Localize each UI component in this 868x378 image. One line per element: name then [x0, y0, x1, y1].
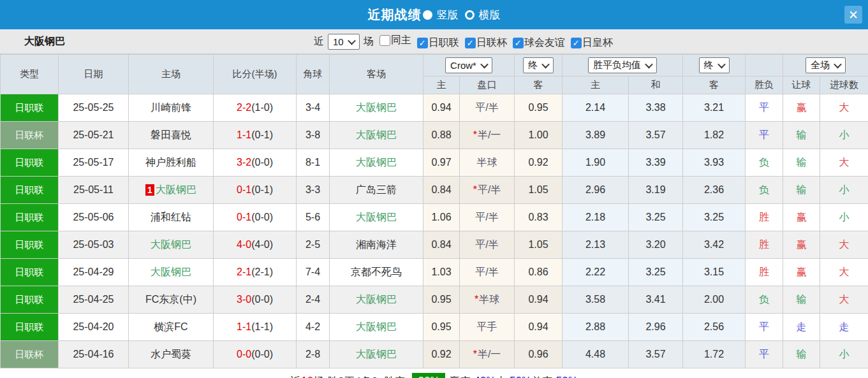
odds-away-cell: 0.96	[515, 341, 563, 368]
filter-checkbox-同主[interactable]: 同主	[379, 34, 411, 47]
odds-handicap-cell: *平/半	[460, 177, 515, 204]
col-header-odds-home: 主	[423, 76, 460, 94]
match-row: 日职联25-05-06浦和红钻0-1(0-0)5-6大阪钢巴1.06平/半0.8…	[1, 204, 868, 231]
summary-text: 近	[290, 374, 301, 378]
corner-cell: 3-3	[297, 177, 330, 204]
result-wdl-cell: 平	[746, 94, 783, 122]
match-date: 25-05-06	[59, 204, 129, 231]
score-cell: 1-1(0-1)	[214, 122, 297, 149]
filter-checkbox-label: 日职联	[429, 36, 459, 50]
odds-handicap-cell: 平/半	[460, 204, 515, 231]
col-header-avg-home: 主	[563, 76, 629, 94]
bookmaker-state-select[interactable]: 终	[523, 57, 554, 73]
away-team-cell: 大阪钢巴	[330, 314, 423, 341]
view-option-horizontal-label: 横版	[479, 8, 501, 22]
avg-home-cell: 2.14	[563, 94, 629, 122]
filter-checkbox-日皇杯[interactable]: ✓日皇杯	[571, 36, 613, 50]
odds-away-cell: 0.92	[515, 149, 563, 177]
avg-away-cell: 2.36	[683, 177, 746, 204]
col-header-odds-handicap: 盘口	[460, 76, 515, 94]
avg-draw-cell: 3.25	[629, 204, 683, 231]
odds-home-cell: 0.95	[423, 286, 460, 314]
team-name: 大阪钢巴	[24, 35, 65, 48]
avg-draw-cell: 3.41	[629, 286, 683, 314]
avg-home-cell: 4.48	[563, 341, 629, 368]
match-row: 日职联25-05-111大阪钢巴0-1(0-1)3-3广岛三箭0.84*平/半1…	[1, 177, 868, 204]
odds-handicap-cell: *半/一	[460, 122, 515, 149]
odds-home-cell: 0.84	[423, 177, 460, 204]
view-option-horizontal[interactable]: 横版	[465, 8, 501, 22]
result-handicap-cell: 赢	[783, 204, 820, 231]
col-header-type: 类型	[1, 55, 59, 94]
result-handicap-cell: 输	[783, 122, 820, 149]
league-badge: 日联杯	[1, 341, 59, 368]
avg-state-select[interactable]: 终	[699, 57, 730, 73]
recent-count-select[interactable]: 10	[328, 34, 360, 50]
avg-away-cell: 2.56	[683, 314, 746, 341]
home-team-name: 浦和红钻	[151, 212, 191, 222]
view-option-vertical[interactable]: 竖版	[428, 8, 459, 22]
avg-away-cell: 3.25	[683, 204, 746, 231]
handicap-line: 平/半	[475, 266, 498, 277]
avg-home-cell: 2.13	[563, 231, 629, 259]
league-badge: 日职联	[1, 204, 59, 231]
result-wdl-cell: 平	[746, 122, 783, 149]
home-team-name: 横滨FC	[154, 321, 188, 332]
result-wdl-cell: 负	[746, 149, 783, 177]
titlebar: 近期战绩 竖版 横版 ✕	[0, 0, 868, 29]
league-badge: 日职联	[1, 286, 59, 314]
half-score: (0-0)	[251, 349, 273, 360]
col-header-score: 比分(半场)	[214, 55, 297, 94]
asterisk-icon: *	[473, 129, 477, 140]
half-score: (0-0)	[251, 294, 273, 305]
chevron-down-icon	[541, 61, 550, 69]
half-score: (0-1)	[251, 129, 273, 140]
result-wdl-cell: 负	[746, 177, 783, 204]
radio-selected-icon	[423, 10, 432, 20]
odds-away-cell: 1.05	[515, 177, 563, 204]
odds-handicap-cell: 平/半	[460, 259, 515, 286]
result-handicap-cell: 输	[783, 341, 820, 368]
full-score: 3-2	[237, 157, 251, 168]
filterbar: 大阪钢巴 近 10 场 同主✓日职联✓日联杯✓球会友谊✓日皇杯	[0, 29, 868, 54]
panel-title: 近期战绩	[368, 6, 422, 24]
away-team-name: 湘南海洋	[356, 239, 397, 250]
league-badge: 日职联	[1, 231, 59, 259]
odds-home-cell: 0.94	[423, 94, 460, 122]
match-row: 日联杯25-05-21磐田喜悦1-1(0-1)3-8大阪钢巴0.88*半/一1.…	[1, 122, 868, 149]
score-cell: 2-2(1-0)	[214, 94, 297, 122]
result-handicap-cell: 赢	[783, 259, 820, 286]
summary-text: 大:	[496, 374, 510, 378]
odds-away-cell: 0.83	[515, 204, 563, 231]
result-goals-cell: 小	[820, 177, 868, 204]
filter-checkbox-球会友谊[interactable]: ✓球会友谊	[513, 36, 565, 50]
scope-select[interactable]: 全场	[805, 57, 846, 73]
odds-away-cell: 0.95	[515, 94, 563, 122]
bookmaker-select[interactable]: Crow*	[445, 57, 492, 73]
close-button[interactable]: ✕	[844, 6, 862, 24]
match-date: 25-05-17	[59, 149, 129, 177]
avg-away-cell: 3.42	[683, 231, 746, 259]
recent-suffix: 场	[364, 35, 374, 48]
half-score: (1-1)	[251, 321, 273, 332]
away-team-name: 大阪钢巴	[356, 349, 397, 360]
col-header-handicap-result: 让球	[783, 76, 820, 94]
result-goals-cell: 大	[820, 149, 868, 177]
col-header-odds-away: 客	[515, 76, 563, 94]
filter-checkbox-日联杯[interactable]: ✓日联杯	[465, 36, 507, 50]
avg-away-cell: 3.15	[683, 259, 746, 286]
half-score: (4-0)	[251, 239, 273, 250]
avg-draw-cell: 3.57	[629, 341, 683, 368]
chevron-down-icon	[348, 37, 356, 45]
away-team-cell: 大阪钢巴	[330, 204, 423, 231]
result-goals-cell: 大	[820, 231, 868, 259]
handicap-line: 平/半	[478, 184, 501, 195]
home-team-name: 大阪钢巴	[151, 266, 191, 277]
away-team-name: 大阪钢巴	[356, 157, 397, 168]
avg-home-cell: 1.90	[563, 149, 629, 177]
filter-checkbox-日职联[interactable]: ✓日职联	[417, 36, 459, 50]
home-team-cell: 1大阪钢巴	[129, 177, 214, 204]
avg-select[interactable]: 胜平负均值	[588, 57, 657, 73]
match-date: 25-04-29	[59, 259, 129, 286]
filter-checkbox-label: 日皇杯	[582, 36, 613, 50]
